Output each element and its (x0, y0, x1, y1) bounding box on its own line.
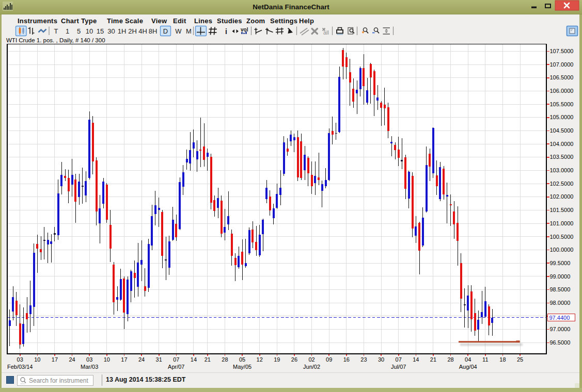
svg-text:09: 09 (326, 356, 332, 363)
svg-text:Apr/07: Apr/07 (168, 364, 184, 370)
svg-text:07: 07 (396, 356, 402, 363)
svg-text:99.0000: 99.0000 (550, 273, 571, 280)
svg-text:101.5000: 101.5000 (550, 207, 574, 213)
svg-text:96.5000: 96.5000 (550, 339, 571, 346)
svg-text:104.5000: 104.5000 (550, 127, 574, 134)
svg-text:2H: 2H (128, 27, 137, 35)
svg-text:97.4400: 97.4400 (549, 315, 570, 321)
svg-text:107.0000: 107.0000 (550, 61, 574, 68)
svg-text:99.5000: 99.5000 (550, 260, 571, 266)
svg-text:26: 26 (291, 356, 297, 363)
svg-text:8H: 8H (149, 27, 158, 35)
svg-text:May/05: May/05 (233, 364, 251, 370)
svg-text:03: 03 (17, 356, 23, 363)
svg-text:05: 05 (239, 356, 245, 363)
svg-text:15: 15 (97, 27, 104, 35)
svg-text:28: 28 (222, 356, 228, 363)
svg-text:102.0000: 102.0000 (550, 193, 574, 200)
svg-text:21: 21 (205, 356, 211, 363)
svg-text:101.0000: 101.0000 (550, 220, 574, 226)
svg-text:100.5000: 100.5000 (550, 234, 574, 240)
svg-text:21: 21 (430, 356, 436, 363)
svg-text:10: 10 (104, 356, 110, 363)
svg-text:19: 19 (274, 356, 280, 363)
svg-text:10: 10 (34, 356, 40, 363)
svg-text:24: 24 (69, 356, 75, 363)
svg-text:107.5000: 107.5000 (550, 48, 574, 54)
svg-text:1: 1 (66, 27, 69, 35)
svg-text:17: 17 (52, 356, 58, 363)
svg-text:98.0000: 98.0000 (550, 300, 571, 306)
svg-text:04: 04 (465, 356, 471, 363)
svg-text:25: 25 (517, 356, 523, 363)
svg-text:106.0000: 106.0000 (550, 88, 574, 94)
svg-text:103.0000: 103.0000 (550, 167, 574, 173)
svg-text:Feb/03/14: Feb/03/14 (7, 364, 33, 370)
svg-text:18: 18 (499, 356, 506, 363)
svg-text:vol: vol (241, 27, 248, 32)
svg-text:D: D (163, 27, 168, 35)
svg-text:100.0000: 100.0000 (550, 247, 574, 253)
svg-text:14: 14 (191, 356, 197, 363)
svg-text:102.5000: 102.5000 (550, 181, 574, 187)
svg-text:03: 03 (86, 356, 92, 363)
svg-text:Jul/07: Jul/07 (391, 364, 406, 370)
svg-text:104.0000: 104.0000 (550, 141, 574, 147)
svg-text:Aug/04: Aug/04 (459, 364, 477, 370)
svg-text:02: 02 (308, 356, 314, 363)
svg-text:31: 31 (156, 356, 162, 363)
svg-text:103.5000: 103.5000 (550, 154, 574, 160)
svg-text:30: 30 (378, 356, 384, 363)
svg-text:T: T (54, 27, 58, 35)
svg-text:10: 10 (86, 27, 93, 35)
svg-text:97.0000: 97.0000 (550, 326, 571, 332)
svg-text:M: M (186, 27, 192, 35)
svg-text:W: W (175, 27, 182, 35)
svg-text:1H: 1H (118, 27, 127, 35)
svg-text:4H: 4H (138, 27, 147, 35)
svg-text:12: 12 (257, 356, 263, 363)
svg-text:5: 5 (77, 27, 81, 35)
svg-text:23: 23 (360, 356, 367, 363)
svg-text:Jun/02: Jun/02 (303, 364, 320, 370)
svg-text:106.5000: 106.5000 (550, 74, 574, 80)
svg-text:105.0000: 105.0000 (550, 114, 574, 120)
svg-text:all: all (323, 29, 329, 36)
svg-text:16: 16 (343, 356, 350, 363)
svg-text:17: 17 (121, 356, 127, 363)
svg-text:Mar/03: Mar/03 (81, 364, 98, 370)
svg-text:98.5000: 98.5000 (550, 286, 571, 292)
svg-text:30: 30 (107, 27, 115, 35)
svg-text:07: 07 (173, 356, 179, 363)
svg-text:i: i (225, 27, 227, 36)
svg-text:28: 28 (447, 356, 453, 363)
svg-text:14: 14 (413, 356, 419, 363)
svg-text:11: 11 (482, 356, 488, 363)
svg-text:105.5000: 105.5000 (550, 101, 574, 107)
svg-text:24: 24 (138, 356, 145, 363)
